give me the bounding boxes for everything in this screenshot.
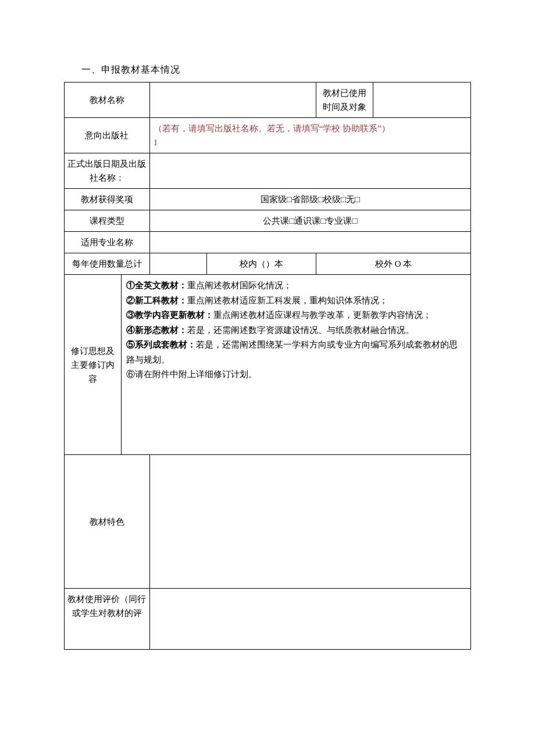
label-revision: 修订思想及主要修订内容 [65,275,122,455]
form-table: 教材名称 教材已使用时间及对象 意向出版社 （若有，请填写出版社名称。若无，请填… [64,82,471,650]
label-textbook-name: 教材名称 [65,83,150,118]
field-usage-time[interactable] [373,83,471,118]
publisher-hint-text: （若有，请填写出版社名称。若无，请填写“学校 协助联系”） [154,124,390,133]
section-heading: 一、申报教材基本情况 [64,64,471,76]
label-publisher-intent: 意向出版社 [65,118,150,153]
label-features: 教材特色 [65,455,150,589]
revision-line-3: ③教学内容更新教材：重点阐述教材适应课程与教学改革，更新教学内容情况； [126,308,466,323]
label-evaluation: 教材使用评价（同行或学生对教材的评 [65,589,150,650]
field-awards[interactable]: 国家级□省部级□校级□无□ [149,189,470,210]
label-awards: 教材获得奖项 [65,189,150,210]
field-revision[interactable]: ①全英文教材：重点阐述教材国际化情况； ②新工科教材：重点阐述教材适应新工科发展… [121,275,470,455]
revision-line-2: ②新工科教材：重点阐述教材适应新工科发展，重构知识体系情况； [126,293,466,309]
revision-line-5: ⑤系列成套教材：若是，还需阐述围绕某一学科方向或专业方向编写系列成套教材的思路与… [126,338,466,367]
field-publisher-intent[interactable]: （若有，请填写出版社名称。若无，请填写“学校 协助联系”） 1 [149,118,470,153]
label-usage-time: 教材已使用时间及对象 [316,83,373,118]
revision-line-6: ⑥请在附件中附上详细修订计划。 [126,367,466,382]
publisher-hint-num: 1 [154,138,158,147]
label-major: 适用专业名称 [65,232,150,253]
label-course-type: 课程类型 [65,210,150,232]
label-annual-qty: 每年使用数量总计 [65,253,150,275]
revision-line-4: ④新形态教材：若是，还需阐述数字资源建设情况、与纸质教材融合情况。 [126,323,466,338]
field-annual-qty-in[interactable]: 校内（）本 [206,253,316,275]
field-annual-qty-1[interactable] [149,253,206,275]
field-features[interactable] [149,455,470,589]
field-annual-qty-out[interactable]: 校外 O 本 [316,253,471,275]
field-textbook-name[interactable] [149,83,316,118]
field-publish-date[interactable] [149,153,470,189]
revision-line-1: ①全英文教材：重点阐述教材国际化情况； [126,278,466,293]
field-evaluation[interactable] [149,589,470,650]
field-major[interactable] [149,232,470,253]
label-publish-date: 正式出版日期及出版社名称： [65,153,150,189]
field-course-type[interactable]: 公共课□通识课□专业课□ [149,210,470,232]
